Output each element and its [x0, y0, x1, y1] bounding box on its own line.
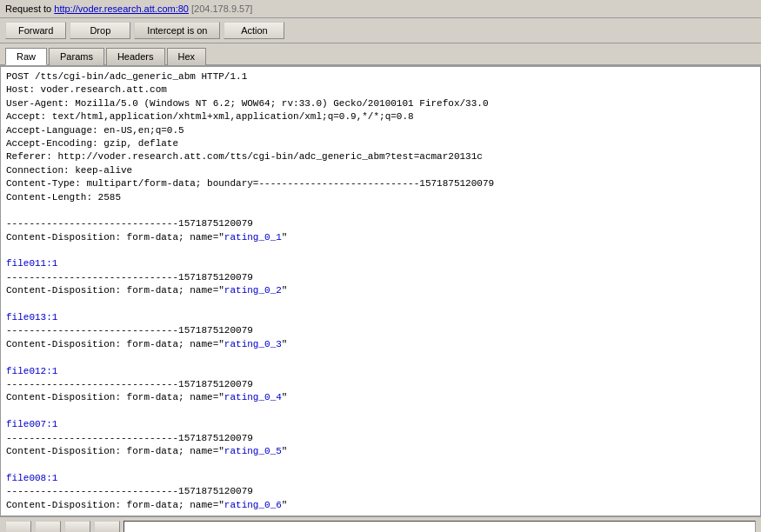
- tab-params[interactable]: Params: [49, 48, 104, 65]
- request-label: Request to: [5, 3, 54, 14]
- request-info: Request to http://voder.research.att.com…: [5, 3, 756, 14]
- rating-link-5[interactable]: rating_0_5: [224, 446, 282, 456]
- file-link-1[interactable]: file011:1: [6, 258, 57, 269]
- rating-link-4[interactable]: rating_0_4: [224, 392, 282, 402]
- file-link-4[interactable]: file007:1: [6, 419, 57, 429]
- bottom-btn-1[interactable]: [5, 521, 31, 532]
- bottom-bar: [0, 516, 761, 532]
- file-link-5[interactable]: file008:1: [6, 473, 57, 483]
- forward-button[interactable]: Forward: [5, 22, 66, 39]
- top-bar: Request to http://voder.research.att.com…: [0, 0, 761, 18]
- rating-link-1[interactable]: rating_0_1: [224, 232, 282, 243]
- tab-raw[interactable]: Raw: [5, 48, 47, 65]
- bottom-btn-3[interactable]: [64, 521, 90, 532]
- tab-hex[interactable]: Hex: [167, 48, 207, 65]
- rating-link-3[interactable]: rating_0_3: [224, 339, 282, 349]
- bottom-input[interactable]: [123, 521, 756, 532]
- rating-link-6[interactable]: rating_0_6: [224, 500, 282, 510]
- request-url[interactable]: http://voder.research.att.com:80: [54, 3, 189, 14]
- content-area[interactable]: POST /tts/cgi-bin/adc_generic_abm HTTP/1…: [0, 66, 761, 516]
- intercept-button[interactable]: Intercept is on: [134, 22, 220, 39]
- action-button[interactable]: Action: [224, 22, 284, 39]
- drop-button[interactable]: Drop: [70, 22, 130, 39]
- file-link-3[interactable]: file012:1: [6, 366, 57, 376]
- toolbar: Forward Drop Intercept is on Action: [0, 18, 761, 43]
- rating-link-2[interactable]: rating_0_2: [224, 285, 282, 296]
- request-ip: [204.178.9.57]: [189, 3, 252, 14]
- bottom-btn-2[interactable]: [35, 521, 61, 532]
- tab-headers[interactable]: Headers: [106, 48, 165, 65]
- tabs: Raw Params Headers Hex: [0, 43, 761, 66]
- file-link-2[interactable]: file013:1: [6, 312, 57, 323]
- bottom-btn-4[interactable]: [94, 521, 120, 532]
